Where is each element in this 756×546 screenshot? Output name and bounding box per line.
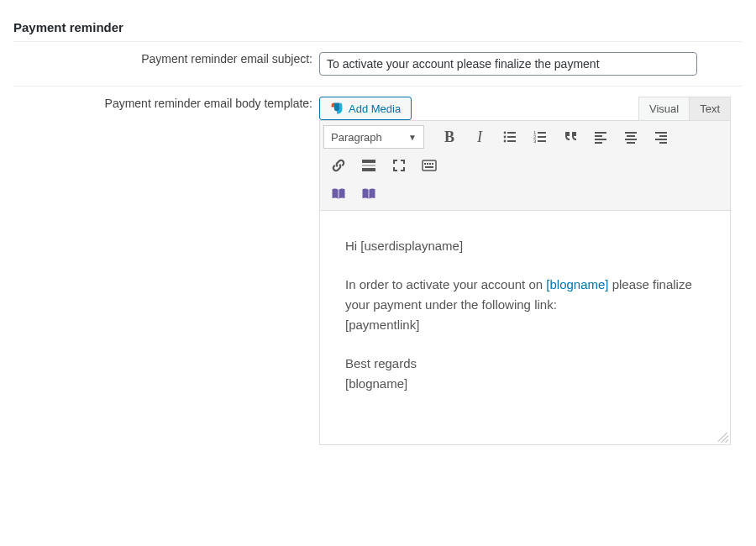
format-select-label: Paragraph	[331, 131, 382, 144]
shortcode-button-2[interactable]	[355, 181, 382, 207]
svg-rect-16	[625, 132, 637, 134]
align-center-button[interactable]	[617, 124, 644, 150]
subject-label: Payment reminder email subject:	[13, 42, 316, 87]
align-left-icon	[592, 129, 609, 145]
body-template-label: Payment reminder email body template:	[13, 87, 316, 456]
body-token: [paymentlink]	[345, 318, 419, 332]
svg-rect-21	[659, 135, 667, 137]
svg-text:3: 3	[533, 139, 537, 144]
italic-button[interactable]: I	[466, 124, 493, 150]
editor-content[interactable]: Hi [userdisplayname] In order to activat…	[319, 210, 731, 445]
italic-icon: I	[477, 129, 482, 146]
editor-toolbar: Paragraph ▼ B I 123	[319, 120, 731, 210]
numbered-list-button[interactable]: 123	[527, 124, 554, 150]
resize-handle[interactable]	[718, 433, 728, 443]
add-media-button[interactable]: Add Media	[319, 97, 412, 120]
svg-rect-15	[595, 142, 602, 144]
body-text: In order to activate your account on	[345, 277, 546, 291]
svg-rect-30	[429, 163, 431, 165]
svg-rect-27	[423, 160, 436, 171]
keyboard-icon	[421, 157, 438, 174]
svg-rect-20	[655, 132, 667, 134]
read-more-icon	[360, 157, 377, 174]
body-text: Best regards	[345, 356, 417, 370]
svg-rect-3	[507, 136, 516, 138]
align-center-icon	[622, 129, 639, 145]
add-media-label: Add Media	[349, 102, 401, 115]
bold-icon: B	[444, 129, 454, 146]
align-right-button[interactable]	[648, 124, 675, 150]
svg-point-4	[504, 140, 507, 143]
svg-rect-22	[655, 139, 667, 140]
svg-rect-31	[432, 163, 433, 165]
svg-point-2	[504, 136, 507, 139]
svg-rect-5	[507, 140, 516, 142]
svg-rect-25	[362, 165, 375, 166]
svg-rect-29	[427, 163, 428, 165]
svg-rect-19	[627, 142, 635, 144]
quote-icon	[562, 129, 579, 145]
body-text: Hi	[345, 239, 360, 253]
svg-rect-18	[625, 139, 637, 140]
blockquote-button[interactable]	[557, 124, 584, 150]
subject-input[interactable]	[319, 52, 697, 76]
align-right-icon	[653, 129, 669, 145]
align-left-button[interactable]	[587, 124, 614, 150]
book-icon	[330, 186, 347, 202]
svg-rect-12	[595, 132, 606, 134]
format-select[interactable]: Paragraph ▼	[323, 125, 424, 149]
svg-rect-13	[595, 135, 602, 137]
svg-rect-1	[507, 132, 516, 134]
fullscreen-icon	[391, 157, 407, 174]
svg-rect-11	[538, 140, 546, 142]
media-icon	[330, 102, 344, 115]
link-icon	[330, 157, 347, 174]
body-token: [userdisplayname]	[360, 239, 463, 253]
svg-rect-23	[659, 142, 667, 144]
tab-visual[interactable]: Visual	[638, 97, 689, 120]
list-ul-icon	[501, 129, 518, 145]
svg-point-0	[504, 132, 507, 134]
svg-rect-26	[362, 168, 375, 171]
bulleted-list-button[interactable]	[496, 124, 523, 150]
svg-rect-9	[538, 136, 546, 138]
blogname-link[interactable]: [blogname]	[546, 277, 608, 291]
toolbar-toggle-button[interactable]	[416, 153, 443, 178]
shortcode-button-1[interactable]	[325, 181, 352, 207]
book-icon	[360, 186, 377, 202]
link-button[interactable]	[325, 153, 352, 178]
list-ol-icon: 123	[532, 129, 549, 145]
fullscreen-button[interactable]	[386, 153, 412, 178]
svg-rect-32	[425, 166, 433, 168]
bold-button[interactable]: B	[436, 124, 463, 150]
svg-rect-7	[538, 132, 546, 134]
body-token: [blogname]	[345, 376, 407, 391]
chevron-down-icon: ▼	[408, 133, 417, 142]
svg-rect-28	[424, 163, 426, 165]
tab-text[interactable]: Text	[689, 97, 731, 120]
svg-rect-14	[595, 139, 606, 140]
section-title: Payment reminder	[13, 13, 743, 42]
svg-rect-17	[627, 135, 635, 137]
editor-tabs: Visual Text	[638, 97, 731, 120]
svg-rect-24	[362, 160, 375, 163]
insert-more-button[interactable]	[355, 153, 382, 178]
